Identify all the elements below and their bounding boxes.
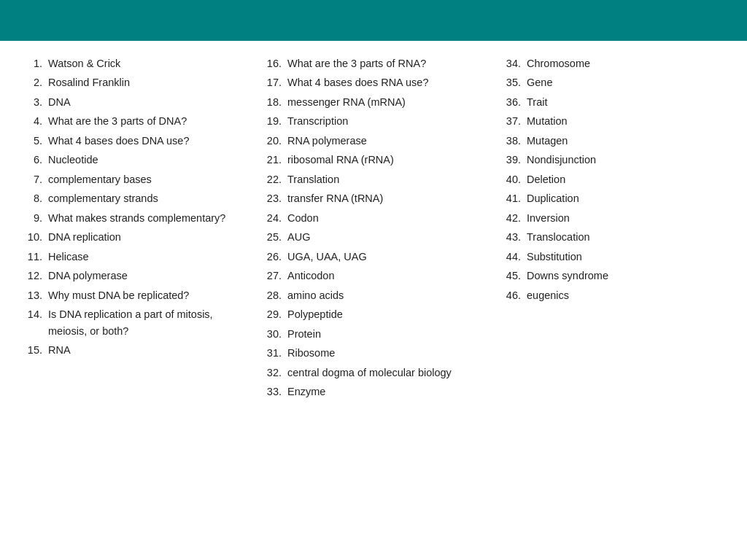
list-item: 11.Helicase: [22, 249, 247, 265]
item-term: What are the 3 parts of RNA?: [287, 55, 486, 71]
item-number: 24.: [261, 210, 282, 226]
item-term: Enzyme: [287, 384, 486, 400]
list-item: 8.complementary strands: [22, 190, 247, 206]
item-number: 29.: [261, 306, 282, 322]
list-item: 2.Rosalind Franklin: [22, 74, 247, 90]
list-item: 19.Transcription: [261, 113, 486, 129]
item-term: Chromosome: [527, 55, 725, 71]
item-term: UGA, UAA, UAG: [287, 249, 486, 265]
list-item: 10.DNA replication: [22, 229, 247, 245]
list-item: 5.What 4 bases does DNA use?: [22, 133, 247, 149]
item-number: 21.: [261, 152, 282, 168]
list-item: 24.Codon: [261, 210, 486, 226]
column-1: 1.Watson & Crick2.Rosalind Franklin3.DNA…: [22, 55, 247, 402]
list-item: 32.central dogma of molecular biology: [261, 365, 486, 381]
item-term: Protein: [287, 326, 486, 342]
list-item: 18.messenger RNA (mRNA): [261, 94, 486, 110]
item-number: 17.: [261, 74, 282, 90]
item-term: Deletion: [527, 171, 725, 187]
item-term: central dogma of molecular biology: [287, 365, 486, 381]
list-item: 26.UGA, UAA, UAG: [261, 249, 486, 265]
list-item: 42.Inversion: [500, 210, 725, 226]
list-item: 9.What makes strands complementary?: [22, 210, 247, 226]
item-term: RNA: [48, 342, 247, 358]
list-item: 23.transfer RNA (tRNA): [261, 190, 486, 206]
item-term: Trait: [527, 94, 725, 110]
item-term: AUG: [287, 229, 486, 245]
item-number: 31.: [261, 345, 282, 361]
item-number: 6.: [22, 152, 42, 168]
item-term: Nucleotide: [48, 152, 247, 168]
item-number: 46.: [500, 287, 521, 303]
list-item: 13.Why must DNA be replicated?: [22, 287, 247, 303]
item-number: 8.: [22, 190, 42, 206]
item-term: Inversion: [527, 210, 725, 226]
item-number: 41.: [500, 190, 521, 206]
item-number: 10.: [22, 229, 42, 245]
item-term: transfer RNA (tRNA): [287, 190, 486, 206]
vocab-list-2: 16.What are the 3 parts of RNA?17.What 4…: [261, 55, 486, 400]
item-term: Watson & Crick: [48, 55, 247, 71]
item-number: 36.: [500, 94, 521, 110]
list-item: 44.Substitution: [500, 249, 725, 265]
item-number: 1.: [22, 55, 42, 71]
item-term: Rosalind Franklin: [48, 74, 247, 90]
list-item: 39.Nondisjunction: [500, 152, 725, 168]
item-term: Ribosome: [287, 345, 486, 361]
item-number: 39.: [500, 152, 521, 168]
item-number: 18.: [261, 94, 282, 110]
list-item: 28.amino acids: [261, 287, 486, 303]
list-item: 4.What are the 3 parts of DNA?: [22, 113, 247, 129]
item-term: Translation: [287, 171, 486, 187]
item-term: RNA polymerase: [287, 133, 486, 149]
item-number: 44.: [500, 249, 521, 265]
item-number: 7.: [22, 171, 42, 187]
item-number: 32.: [261, 365, 282, 381]
list-item: 12.DNA polymerase: [22, 268, 247, 284]
list-item: 20.RNA polymerase: [261, 133, 486, 149]
item-number: 25.: [261, 229, 282, 245]
item-term: What makes strands complementary?: [48, 210, 247, 226]
item-number: 45.: [500, 268, 521, 284]
list-item: 43.Translocation: [500, 229, 725, 245]
item-term: eugenics: [527, 287, 725, 303]
item-number: 14.: [22, 306, 42, 322]
list-item: 36.Trait: [500, 94, 725, 110]
item-term: messenger RNA (mRNA): [287, 94, 486, 110]
list-item: 31.Ribosome: [261, 345, 486, 361]
list-item: 33.Enzyme: [261, 384, 486, 400]
list-item: 35.Gene: [500, 74, 725, 90]
list-item: 14.Is DNA replication a part of mitosis,…: [22, 306, 247, 339]
column-3: 34.Chromosome35.Gene36.Trait37.Mutation3…: [500, 55, 725, 402]
item-term: Mutagen: [527, 133, 725, 149]
item-number: 22.: [261, 171, 282, 187]
item-term: What are the 3 parts of DNA?: [48, 113, 247, 129]
item-number: 37.: [500, 113, 521, 129]
item-term: Nondisjunction: [527, 152, 725, 168]
item-number: 28.: [261, 287, 282, 303]
list-item: 7.complementary bases: [22, 171, 247, 187]
item-term: Downs syndrome: [527, 268, 725, 284]
list-item: 45.Downs syndrome: [500, 268, 725, 284]
item-term: Gene: [527, 74, 725, 90]
item-term: Polypeptide: [287, 306, 486, 322]
item-number: 5.: [22, 133, 42, 149]
item-term: complementary strands: [48, 190, 247, 206]
item-number: 34.: [500, 55, 521, 71]
item-number: 12.: [22, 268, 42, 284]
list-item: 21.ribosomal RNA (rRNA): [261, 152, 486, 168]
item-term: DNA replication: [48, 229, 247, 245]
item-term: Substitution: [527, 249, 725, 265]
item-term: Is DNA replication a part of mitosis, me…: [48, 306, 247, 339]
item-term: Why must DNA be replicated?: [48, 287, 247, 303]
item-term: Duplication: [527, 190, 725, 206]
item-term: What 4 bases does DNA use?: [48, 133, 247, 149]
list-item: 41.Duplication: [500, 190, 725, 206]
item-term: Translocation: [527, 229, 725, 245]
item-number: 30.: [261, 326, 282, 342]
item-term: Helicase: [48, 249, 247, 265]
list-item: 17.What 4 bases does RNA use?: [261, 74, 486, 90]
item-term: complementary bases: [48, 171, 247, 187]
list-item: 38.Mutagen: [500, 133, 725, 149]
list-item: 6.Nucleotide: [22, 152, 247, 168]
